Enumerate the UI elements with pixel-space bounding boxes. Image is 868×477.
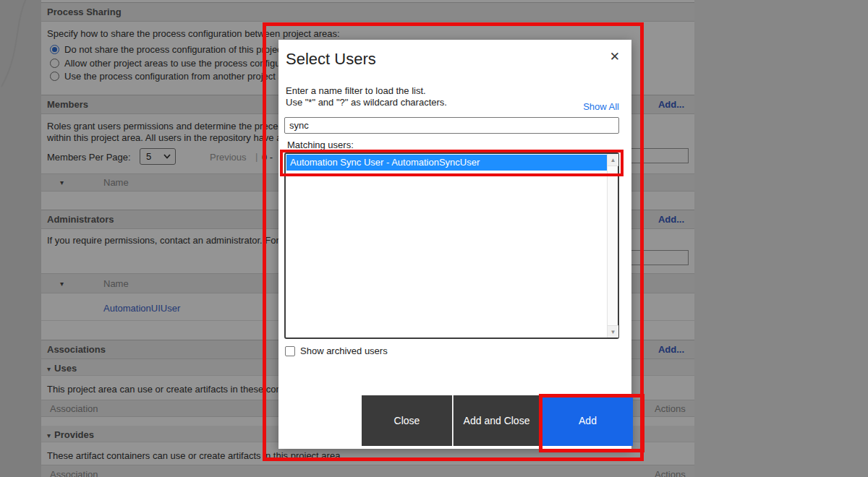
- dialog-instructions-line1: Enter a name filter to load the list.: [286, 85, 426, 96]
- screenshot-canvas: Process Sharing Specify how to share the…: [0, 0, 868, 477]
- scroll-up-icon[interactable]: ▲: [608, 154, 618, 166]
- listbox-scrollbar[interactable]: ▲ ▼: [607, 154, 618, 338]
- close-button[interactable]: Close: [362, 395, 452, 446]
- matching-users-label: Matching users:: [287, 139, 354, 150]
- add-and-close-button[interactable]: Add and Close: [453, 395, 540, 446]
- dialog-title: Select Users: [286, 50, 376, 69]
- dialog-button-row: Close Add and Close Add: [278, 395, 644, 446]
- matching-users-listbox[interactable]: Automation Sync User - AutomationSyncUse…: [284, 152, 619, 339]
- show-all-link[interactable]: Show All: [583, 101, 619, 112]
- dialog-instructions-line2: Use "*" and "?" as wildcard characters.: [286, 97, 447, 108]
- show-archived-label: Show archived users: [300, 345, 388, 356]
- scroll-down-icon[interactable]: ▼: [608, 325, 618, 338]
- name-filter-input[interactable]: [284, 117, 619, 134]
- user-list-item-selected[interactable]: Automation Sync User - AutomationSyncUse…: [286, 155, 608, 171]
- show-archived-checkbox[interactable]: [285, 346, 295, 356]
- select-users-dialog: Select Users ✕ Enter a name filter to lo…: [278, 40, 631, 449]
- close-icon[interactable]: ✕: [610, 49, 620, 64]
- add-button[interactable]: Add: [542, 395, 633, 446]
